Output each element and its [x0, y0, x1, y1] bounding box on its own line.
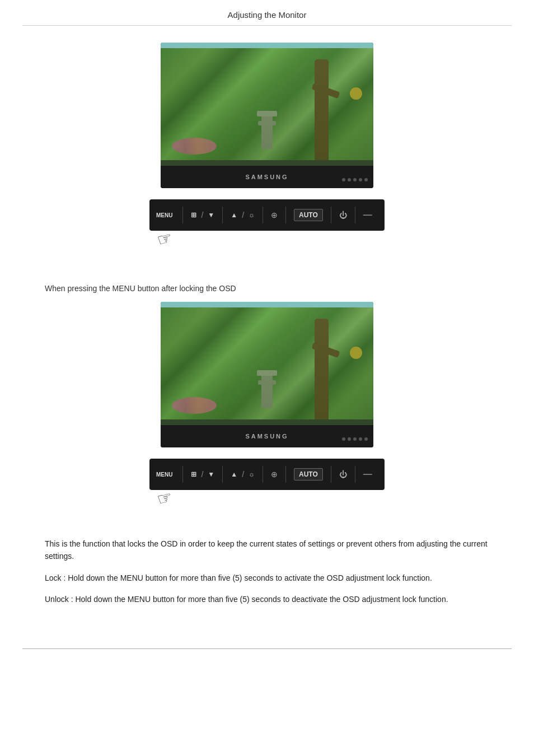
up-1: ▲ — [231, 211, 237, 219]
divider-1c — [263, 207, 263, 223]
slash-1b: / — [242, 211, 244, 220]
content-area: SAMSUNG MENU ⊞ / ▼ — [0, 26, 534, 637]
minus-icon-1: — — [363, 210, 372, 220]
monitor-image-2: SAMSUNG — [161, 302, 373, 447]
ctrl-dot-6 — [342, 437, 345, 441]
divider-1d — [285, 207, 286, 223]
scene-overlay-1 — [161, 43, 373, 166]
button-bar-wrapper-1: MENU ⊞ / ▼ ▲ / ☼ ⊕ AUTO ⏻ — — [149, 199, 385, 231]
divider-2e — [331, 466, 331, 483]
divider-1b — [222, 207, 223, 223]
auto-label-2: AUTO — [294, 468, 323, 480]
monitor-bottom-bar-1: SAMSUNG — [161, 166, 373, 188]
divider-2c — [263, 466, 263, 483]
hand-cursor-1: ☞ — [155, 227, 175, 250]
spacer-1 — [45, 248, 489, 278]
body-para-2: Lock : Hold down the MENU button for mor… — [45, 572, 489, 584]
divider-1f — [355, 207, 355, 223]
divider-2d — [285, 466, 286, 483]
monitor-controls-2 — [342, 437, 368, 441]
spacer-2 — [45, 507, 489, 538]
monitor-scene-2 — [161, 302, 373, 425]
ctrl-dot-10 — [364, 437, 368, 441]
monitor-bottom-bar-2: SAMSUNG — [161, 425, 373, 447]
page-title: Adjusting the Monitor — [228, 10, 307, 20]
page-container: Adjusting the Monitor SAMSUNG — [0, 0, 534, 756]
ctrl-dot-2 — [348, 178, 351, 181]
minus-icon-2: — — [363, 469, 372, 479]
button-bar-container-1: MENU ⊞ / ▼ ▲ / ☼ ⊕ AUTO ⏻ — — [45, 199, 489, 231]
samsung-logo-2: SAMSUNG — [245, 433, 288, 440]
menu-label-1: MENU — [156, 212, 172, 218]
body-para-1: This is the function that locks the OSD … — [45, 538, 489, 563]
slash-2: / — [201, 470, 203, 479]
bottom-rule — [22, 648, 512, 649]
ctrl-dot-9 — [359, 437, 362, 441]
ctrl-dot-5 — [364, 178, 368, 181]
slash-1: / — [201, 211, 203, 220]
button-bar-wrapper-2: MENU ⊞ / ▼ ▲ / ☼ ⊕ AUTO ⏻ — — [149, 459, 385, 490]
button-bar-2: MENU ⊞ / ▼ ▲ / ☼ ⊕ AUTO ⏻ — — [149, 459, 385, 490]
down-1: ▼ — [208, 211, 214, 219]
divider-2a — [182, 466, 183, 483]
menu-label-2: MENU — [156, 472, 172, 478]
slash-2b: / — [242, 470, 244, 479]
up-2: ▲ — [231, 470, 237, 478]
input-icon-2: ⊕ — [271, 470, 278, 479]
page-header: Adjusting the Monitor — [22, 0, 512, 26]
divider-1a — [182, 207, 183, 223]
body-para-3: Unlock : Hold down the MENU button for m… — [45, 593, 489, 605]
divider-1e — [331, 207, 331, 223]
input-icon-1: ⊕ — [271, 211, 278, 220]
monitor-scene-1 — [161, 43, 373, 166]
ctrl-dot-3 — [353, 178, 357, 181]
button-bar-1: MENU ⊞ / ▼ ▲ / ☼ ⊕ AUTO ⏻ — — [149, 199, 385, 231]
sun-2: ☼ — [249, 470, 255, 478]
button-bar-container-2: MENU ⊞ / ▼ ▲ / ☼ ⊕ AUTO ⏻ — — [45, 459, 489, 490]
monitor-image-1: SAMSUNG — [161, 43, 373, 188]
power-icon-2: ⏻ — [339, 470, 347, 479]
auto-label-1: AUTO — [294, 209, 323, 221]
divider-2b — [222, 466, 223, 483]
samsung-logo-1: SAMSUNG — [245, 174, 288, 180]
power-icon-1: ⏻ — [339, 211, 347, 220]
divider-2f — [355, 466, 355, 483]
scene-overlay-2 — [161, 302, 373, 425]
ctrl-dot-8 — [353, 437, 357, 441]
source-label-2: ⊞ — [191, 470, 196, 478]
hand-cursor-2: ☞ — [155, 487, 175, 510]
caption-text: When pressing the MENU button after lock… — [45, 284, 489, 293]
ctrl-dot-1 — [342, 178, 345, 181]
source-label-1: ⊞ — [191, 211, 196, 219]
sun-1: ☼ — [249, 211, 255, 219]
monitor-controls-1 — [342, 178, 368, 181]
ctrl-dot-4 — [359, 178, 362, 181]
ctrl-dot-7 — [348, 437, 351, 441]
down-2: ▼ — [208, 470, 214, 478]
